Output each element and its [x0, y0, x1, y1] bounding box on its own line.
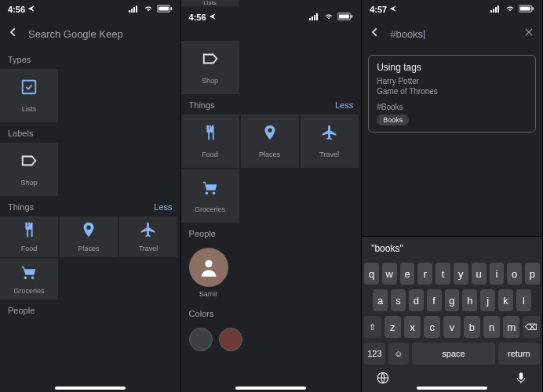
- key-z[interactable]: z: [384, 316, 401, 338]
- note-card[interactable]: Using tags Harry Potter Game of Thrones …: [368, 55, 536, 132]
- tile-food[interactable]: Food: [0, 216, 58, 257]
- key-v[interactable]: v: [443, 316, 460, 338]
- key-k[interactable]: k: [498, 289, 513, 311]
- tile-groceries[interactable]: Groceries: [0, 259, 58, 299]
- note-line: Game of Thrones: [377, 86, 527, 96]
- status-time: 4:56: [8, 5, 25, 14]
- tile-lists-peek[interactable]: Lists: [181, 0, 239, 6]
- key-x[interactable]: x: [404, 316, 421, 338]
- signal-icon: [309, 13, 320, 22]
- svg-rect-8: [309, 18, 311, 20]
- section-things: ThingsLess: [0, 196, 180, 216]
- tile-label: Food: [202, 151, 218, 158]
- search-header: #books: [362, 19, 542, 49]
- less-link[interactable]: Less: [154, 202, 172, 212]
- tile-travel[interactable]: Travel: [119, 216, 177, 257]
- label-icon: [202, 50, 219, 71]
- color-swatch-red[interactable]: [219, 328, 242, 351]
- section-colors: Colors: [181, 303, 362, 323]
- svg-rect-18: [495, 7, 497, 13]
- svg-rect-16: [490, 10, 492, 13]
- place-icon: [261, 124, 279, 144]
- key-e[interactable]: e: [400, 263, 415, 285]
- tile-shop[interactable]: Shop: [0, 143, 58, 196]
- key-w[interactable]: w: [382, 263, 397, 285]
- status-bar: 4:56: [0, 0, 180, 19]
- tile-shop[interactable]: Shop: [181, 41, 239, 94]
- svg-rect-6: [170, 7, 172, 9]
- key-123[interactable]: 123: [364, 343, 384, 365]
- back-icon[interactable]: [8, 27, 19, 41]
- tile-label: Travel: [139, 245, 159, 252]
- home-indicator[interactable]: [417, 387, 487, 390]
- svg-point-15: [205, 260, 212, 267]
- key-g[interactable]: g: [445, 289, 460, 311]
- key-l[interactable]: l: [516, 289, 531, 311]
- search-input[interactable]: Search Google Keep: [28, 28, 173, 40]
- key-return[interactable]: return: [498, 343, 540, 365]
- tile-travel[interactable]: Travel: [301, 114, 359, 168]
- wifi-icon: [143, 5, 154, 14]
- tile-places[interactable]: Places: [60, 216, 118, 257]
- svg-rect-17: [493, 9, 494, 13]
- less-link[interactable]: Less: [335, 100, 353, 110]
- back-icon[interactable]: [370, 27, 381, 41]
- kb-suggestion[interactable]: "books": [362, 237, 542, 260]
- key-space[interactable]: space: [412, 343, 495, 365]
- tile-food[interactable]: Food: [181, 114, 239, 168]
- key-c[interactable]: c: [424, 316, 440, 338]
- tile-label: Groceries: [195, 205, 225, 213]
- search-content: Shop ThingsLess Food Places Travel Groce…: [181, 27, 362, 392]
- globe-icon[interactable]: [376, 371, 390, 388]
- tile-label: Lists: [22, 105, 37, 113]
- svg-rect-1: [131, 9, 133, 13]
- key-shift[interactable]: ⇧: [364, 316, 381, 338]
- search-input[interactable]: #books: [390, 28, 514, 40]
- color-swatch-dark[interactable]: [189, 328, 213, 351]
- key-b[interactable]: b: [464, 316, 480, 338]
- keyboard: "books" qwertyuiop asdfghjkl ⇧zxcvbnm⌫ 1…: [362, 236, 542, 392]
- key-y[interactable]: y: [454, 263, 468, 285]
- section-types: Types: [0, 49, 180, 69]
- key-backspace[interactable]: ⌫: [523, 316, 539, 338]
- person-avatar[interactable]: [189, 248, 228, 287]
- key-f[interactable]: f: [427, 289, 442, 311]
- home-indicator[interactable]: [235, 387, 306, 390]
- svg-rect-7: [23, 81, 36, 94]
- key-p[interactable]: p: [525, 263, 540, 285]
- key-s[interactable]: s: [391, 289, 406, 311]
- key-i[interactable]: i: [490, 263, 505, 285]
- tile-places[interactable]: Places: [241, 114, 299, 168]
- key-t[interactable]: t: [435, 263, 450, 285]
- key-m[interactable]: m: [503, 316, 519, 338]
- key-u[interactable]: u: [472, 263, 487, 285]
- cart-icon: [202, 179, 219, 199]
- search-header: Search Google Keep: [0, 19, 180, 49]
- home-indicator[interactable]: [55, 387, 126, 390]
- mic-icon[interactable]: [514, 371, 528, 388]
- signal-icon: [129, 5, 140, 14]
- key-a[interactable]: a: [373, 289, 388, 311]
- tile-groceries[interactable]: Groceries: [181, 169, 239, 223]
- svg-rect-3: [136, 5, 137, 13]
- battery-icon: [157, 5, 173, 14]
- svg-rect-0: [129, 10, 130, 13]
- svg-rect-5: [158, 7, 168, 11]
- section-people: People: [181, 223, 362, 243]
- key-emoji[interactable]: ☺: [388, 343, 409, 365]
- clear-icon[interactable]: [523, 27, 534, 41]
- key-d[interactable]: d: [409, 289, 424, 311]
- key-o[interactable]: o: [507, 263, 522, 285]
- wifi-icon: [505, 5, 516, 14]
- tile-lists[interactable]: Lists: [0, 69, 58, 122]
- key-h[interactable]: h: [462, 289, 477, 311]
- key-q[interactable]: q: [364, 263, 379, 285]
- place-icon: [80, 221, 97, 241]
- key-r[interactable]: r: [417, 263, 432, 285]
- note-title: Using tags: [377, 62, 527, 73]
- tile-label: Shop: [202, 77, 218, 85]
- status-time: 4:57: [370, 5, 387, 14]
- key-j[interactable]: j: [480, 289, 495, 311]
- key-n[interactable]: n: [483, 316, 500, 338]
- search-content: Types Lists Labels Shop ThingsLess Food …: [0, 49, 180, 392]
